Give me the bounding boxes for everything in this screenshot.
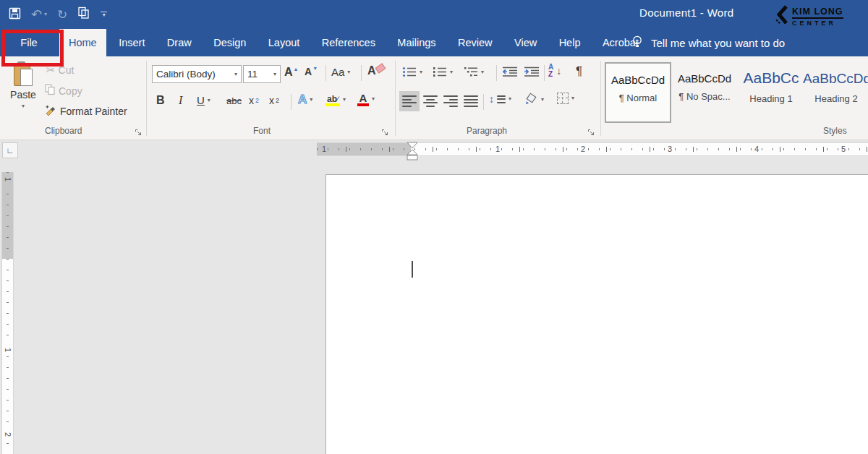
tab-references[interactable]: References — [312, 29, 385, 56]
ruler-number: 3 — [666, 144, 673, 155]
align-left-button[interactable] — [399, 91, 420, 111]
decrease-indent-button[interactable] — [502, 67, 518, 80]
borders-button[interactable]: ▾ — [557, 93, 574, 104]
tab-view[interactable]: View — [505, 29, 546, 56]
font-size-value: 11 — [247, 69, 258, 80]
numbering-button[interactable]: ▾ — [433, 67, 453, 77]
document-page[interactable] — [326, 174, 868, 454]
copy-button[interactable]: Copy — [45, 84, 82, 98]
undo-dropdown-icon[interactable]: ▾ — [44, 12, 47, 17]
grow-font-button[interactable]: A▲ — [284, 66, 299, 79]
change-case-button[interactable]: Aa▾ — [331, 66, 350, 78]
shading-button[interactable]: ▾ — [525, 93, 544, 107]
italic-button[interactable]: I — [179, 94, 182, 107]
superscript-button[interactable]: x2 — [269, 95, 279, 106]
indent-markers[interactable] — [407, 142, 418, 164]
style-heading-1[interactable]: AaBbCc Heading 1 — [739, 62, 803, 120]
ruler-number: 1 — [320, 144, 328, 155]
font-color-icon: A — [357, 92, 369, 106]
logo-text-line2: CENTER — [792, 20, 843, 27]
sort-button[interactable]: A Z ↓ — [548, 64, 561, 78]
underline-dropdown-icon[interactable]: ▾ — [208, 98, 210, 103]
paragraph-group-label: Paragraph — [467, 126, 507, 136]
horizontal-ruler[interactable]: 1 1 2 3 4 5 — [317, 142, 868, 156]
font-name-select[interactable]: Calibri (Body) ▾ — [152, 65, 242, 83]
font-dialog-launcher-icon[interactable] — [381, 127, 390, 135]
annotation-file-highlight — [1, 30, 64, 67]
bullets-button[interactable]: ▾ — [402, 67, 422, 77]
clear-formatting-button[interactable]: A — [367, 64, 385, 77]
left-indent-marker — [407, 155, 417, 160]
style-normal[interactable]: AaBbCcDd ¶ Normal — [605, 62, 671, 123]
tab-review[interactable]: Review — [448, 29, 502, 56]
strikethrough-button[interactable]: abc — [226, 95, 242, 106]
line-spacing-button[interactable]: ↕ ▾ — [489, 93, 511, 105]
ruler-number: 1 — [4, 345, 12, 356]
divider — [291, 94, 292, 110]
style-preview: AaBbCcDd — [803, 71, 868, 87]
tell-me-box[interactable]: Tell me what you want to do — [631, 29, 785, 56]
paste-dropdown-icon[interactable]: ▾ — [6, 103, 41, 109]
tab-design[interactable]: Design — [204, 29, 255, 56]
tab-insert[interactable]: Insert — [109, 29, 154, 56]
style-no-spacing[interactable]: AaBbCcDd ¶ No Spac... — [673, 62, 736, 120]
tab-home[interactable]: Home — [59, 29, 106, 56]
bold-button[interactable]: B — [156, 94, 165, 107]
save-icon[interactable] — [9, 7, 21, 22]
multilevel-list-icon — [464, 67, 478, 77]
tab-draw[interactable]: Draw — [158, 29, 201, 56]
ruler-number: 2 — [579, 144, 587, 155]
tab-stop-selector[interactable]: ∟ — [2, 142, 18, 158]
logo-chevron-icon — [775, 5, 788, 28]
tab-mailings[interactable]: Mailings — [388, 29, 445, 56]
show-hide-paragraph-button[interactable]: ¶ — [576, 64, 582, 79]
style-heading-2[interactable]: AaBbCcDd Heading 2 — [803, 62, 868, 120]
format-painter-button[interactable]: Format Painter — [45, 104, 127, 119]
clipboard-dialog-launcher-icon[interactable] — [135, 127, 143, 135]
shrink-font-button[interactable]: A▼ — [305, 66, 318, 77]
line-spacing-icon: ↕ — [489, 93, 494, 105]
subscript-button[interactable]: x2 — [249, 95, 259, 106]
vertical-ruler[interactable]: 1 1 2 — [1, 172, 14, 454]
highlight-color-button[interactable]: ab∕ ▾ — [326, 93, 346, 106]
style-preview: AaBbCcDd — [673, 72, 736, 85]
style-name: Heading 2 — [803, 93, 868, 104]
divider — [483, 94, 484, 110]
increase-indent-button[interactable] — [524, 67, 540, 80]
tab-selector-icon: ∟ — [7, 146, 14, 155]
sort-icon: A Z — [548, 64, 553, 78]
text-effects-button[interactable]: A ▾ — [298, 93, 312, 107]
underline-button[interactable]: U ▾ — [197, 94, 210, 106]
copy-label: Copy — [59, 85, 82, 97]
title-bar: ↶ ▾ ↻ ▾ Document1 - Word KIM LONG CENTER — [0, 0, 868, 29]
group-separator — [395, 61, 396, 136]
group-separator — [600, 61, 601, 136]
align-right-button[interactable] — [441, 91, 461, 111]
font-name-value: Calibri (Body) — [156, 69, 216, 80]
undo-button[interactable]: ↶ ▾ — [31, 8, 47, 21]
shading-icon — [525, 93, 538, 107]
paragraph-dialog-launcher-icon[interactable] — [587, 127, 596, 135]
borders-icon — [557, 93, 569, 104]
font-size-select[interactable]: 11 ▾ — [243, 65, 281, 83]
style-name: Heading 1 — [739, 93, 803, 104]
customize-qat-icon[interactable]: ▾ — [101, 12, 107, 18]
ribbon-tab-bar: File Home Insert Draw Design Layout Refe… — [0, 29, 868, 56]
paste-button[interactable]: Paste ▾ — [6, 61, 41, 109]
clipboard-group-label: Clipboard — [45, 126, 82, 136]
styles-gallery: AaBbCcDd ¶ Normal AaBbCcDd ¶ No Spac... … — [605, 62, 868, 121]
font-color-button[interactable]: A ▾ — [357, 92, 375, 106]
divider — [496, 65, 497, 81]
tab-help[interactable]: Help — [550, 29, 590, 56]
bullets-icon — [402, 67, 417, 77]
eraser-icon — [375, 63, 386, 73]
tab-layout[interactable]: Layout — [259, 29, 310, 56]
justify-button[interactable] — [461, 91, 481, 111]
qat-copy-icon[interactable] — [77, 7, 90, 22]
ruler-number: 4 — [753, 144, 760, 155]
paste-label: Paste — [6, 89, 41, 100]
align-center-button[interactable] — [420, 91, 441, 111]
ruler-number: 1 — [4, 174, 12, 185]
redo-icon[interactable]: ↻ — [57, 9, 67, 21]
multilevel-list-button[interactable]: ▾ — [464, 67, 484, 77]
